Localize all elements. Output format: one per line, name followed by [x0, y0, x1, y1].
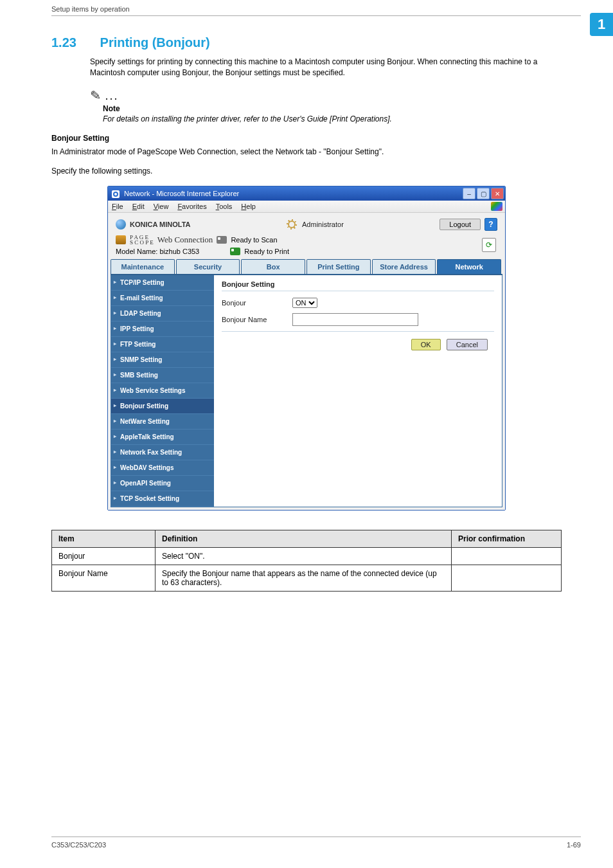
note-body: For details on installing the printer dr…: [103, 114, 562, 123]
browser-favicon: [112, 190, 120, 198]
browser-window: Network - Microsoft Internet Explorer – …: [107, 186, 506, 511]
table-row: Bonjour Name Specify the Bonjour name th…: [52, 565, 562, 592]
note-dots: ...: [105, 89, 118, 102]
note-label: Note: [103, 104, 562, 113]
browser-title: Network - Microsoft Internet Explorer: [124, 190, 239, 197]
select-bonjour-enable[interactable]: ON: [292, 298, 317, 308]
tab-security[interactable]: Security: [176, 259, 240, 274]
running-header: Setup items by operation: [51, 5, 130, 13]
printer-status-text: Ready to Print: [244, 248, 289, 255]
sidebar-item-tcpip[interactable]: TCP/IP Setting: [111, 275, 214, 291]
sidebar-item-netware[interactable]: NetWare Setting: [111, 414, 214, 429]
sidebar-item-ipp[interactable]: IPP Setting: [111, 321, 214, 337]
menu-edit[interactable]: Edit: [132, 203, 145, 210]
scanner-status-text: Ready to Scan: [231, 236, 277, 244]
tab-box[interactable]: Box: [241, 259, 305, 274]
mode-administrator: Administrator: [287, 219, 344, 230]
panel-divider-bottom: [222, 331, 494, 332]
definition-table: Item Definition Prior confirmation Bonjo…: [51, 530, 562, 592]
sidebar-item-bonjour[interactable]: Bonjour Setting: [111, 399, 214, 414]
menu-favorites[interactable]: Favorites: [177, 203, 206, 210]
sub-para-2: Specify the following settings.: [51, 166, 562, 177]
sidebar-item-ftp[interactable]: FTP Setting: [111, 337, 214, 352]
ie-logo-icon: [491, 202, 502, 211]
refresh-button[interactable]: ⟳: [482, 238, 496, 252]
table-row: Bonjour Select "ON".: [52, 548, 562, 565]
window-minimize-button[interactable]: –: [463, 188, 475, 199]
td-def: Select "ON".: [155, 548, 452, 565]
product-name: P A G ES C O P E Web Connection: [116, 235, 213, 245]
td-prior: [452, 565, 562, 592]
td-def: Specify the Bonjour name that appears as…: [155, 565, 452, 592]
section-number: 1.23: [51, 35, 96, 50]
gear-icon: [287, 219, 297, 230]
model-name-label: Model Name: bizhub C353: [116, 248, 199, 255]
tab-maintenance[interactable]: Maintenance: [111, 259, 175, 274]
td-item: Bonjour Name: [52, 565, 155, 592]
input-bonjour-name[interactable]: [292, 313, 418, 326]
sidebar-item-tcpsocket[interactable]: TCP Socket Setting: [111, 491, 214, 507]
sidebar-item-appletalk[interactable]: AppleTalk Setting: [111, 429, 214, 445]
pagescope-icon: [116, 235, 126, 244]
scanner-status-icon: [217, 236, 227, 244]
intro-paragraph: Specify settings for printing by connect…: [90, 57, 562, 78]
sidebar-item-networkfax[interactable]: Network Fax Setting: [111, 445, 214, 460]
network-sidebar: TCP/IP Setting E-mail Setting LDAP Setti…: [111, 275, 214, 507]
browser-menubar: File Edit View Favorites Tools Help: [108, 201, 505, 213]
sidebar-item-smb[interactable]: SMB Setting: [111, 368, 214, 383]
td-item: Bonjour: [52, 548, 155, 565]
sub-para-1: In Administrator mode of PageScope Web C…: [51, 147, 562, 158]
tab-network[interactable]: Network: [437, 259, 501, 274]
tab-print-setting[interactable]: Print Setting: [306, 259, 371, 274]
printer-status-icon: [230, 248, 240, 255]
label-bonjour-name: Bonjour Name: [222, 316, 292, 323]
label-bonjour: Bonjour: [222, 299, 292, 307]
logout-button[interactable]: Logout: [440, 219, 481, 230]
window-maximize-button[interactable]: ▢: [477, 188, 490, 199]
th-item: Item: [52, 530, 155, 548]
menu-file[interactable]: File: [112, 203, 123, 210]
th-definition: Definition: [155, 530, 452, 548]
footer-left: C353/C253/C203: [51, 841, 106, 849]
globe-icon: [116, 219, 126, 230]
window-close-button[interactable]: ✕: [491, 188, 504, 199]
sidebar-item-webservice[interactable]: Web Service Settings: [111, 383, 214, 399]
sidebar-item-openapi[interactable]: OpenAPI Setting: [111, 476, 214, 491]
section-title: Printing (Bonjour): [100, 35, 210, 50]
td-prior: [452, 548, 562, 565]
menu-view[interactable]: View: [154, 203, 169, 210]
ok-button[interactable]: OK: [411, 339, 441, 350]
chapter-tab: 1: [590, 13, 613, 36]
panel-heading: Bonjour Setting: [222, 280, 494, 288]
subheading-bonjour: Bonjour Setting: [51, 134, 562, 143]
help-button[interactable]: ?: [484, 218, 497, 231]
main-tabs: Maintenance Security Box Print Setting S…: [111, 259, 502, 275]
sidebar-item-email[interactable]: E-mail Setting: [111, 291, 214, 306]
cancel-button[interactable]: Cancel: [447, 339, 488, 350]
sidebar-item-webdav[interactable]: WebDAV Settings: [111, 460, 214, 476]
section-heading: 1.23 Printing (Bonjour): [51, 35, 562, 50]
sidebar-item-ldap[interactable]: LDAP Setting: [111, 306, 214, 321]
th-prior: Prior confirmation: [452, 530, 562, 548]
note-icon: ✎: [89, 87, 102, 103]
menu-tools[interactable]: Tools: [216, 203, 233, 210]
tab-store-address[interactable]: Store Address: [372, 259, 436, 274]
footer-right: 1-69: [567, 841, 581, 849]
sidebar-item-snmp[interactable]: SNMP Setting: [111, 352, 214, 368]
menu-help[interactable]: Help: [241, 203, 256, 210]
brand-logo: KONICA MINOLTA: [116, 219, 191, 230]
panel-divider-top: [222, 291, 494, 291]
